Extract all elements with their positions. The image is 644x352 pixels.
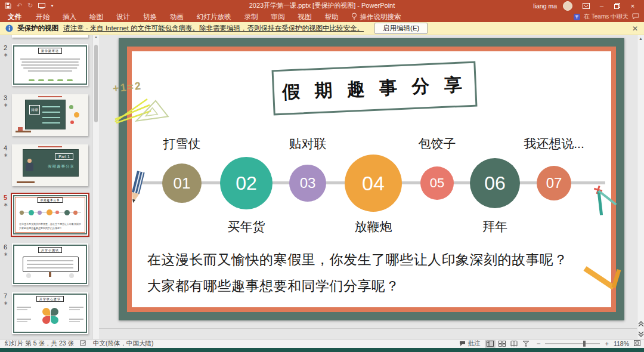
preview-icon[interactable] xyxy=(38,3,45,9)
slide-title-box[interactable]: 假 期 趣 事 分 享 xyxy=(272,61,478,116)
redo-icon[interactable]: ↻ xyxy=(27,2,33,10)
fit-slide-button[interactable] xyxy=(634,340,640,347)
tab-draw[interactable]: 绘图 xyxy=(83,11,110,22)
thumb-title: 目录 xyxy=(29,105,40,115)
timeline-label-01[interactable]: 打雪仗 xyxy=(134,135,230,152)
info-icon xyxy=(5,24,13,32)
pencil-icon xyxy=(128,171,146,208)
slide-body-line1[interactable]: 在这漫长而又愉快的寒假里，你发生了哪些让人印象深刻的故事呢？ xyxy=(147,251,606,269)
reading-view-button[interactable] xyxy=(509,340,519,348)
thumbnail-slide-6[interactable]: 开学小测试 xyxy=(12,243,88,285)
zoom-level[interactable]: 118% xyxy=(614,340,629,347)
timeline-label-02[interactable]: 买年货 xyxy=(199,218,294,235)
workspace: 2∗新学期寄语3∗目录4∗Part 1假期趣事分享5∗假期趣事分享在这漫长而又愉… xyxy=(0,35,644,339)
timeline-circle-04[interactable]: 04 xyxy=(345,155,402,212)
thumbnail-number: 7 xyxy=(4,292,7,299)
notes-splitter[interactable] xyxy=(99,328,637,329)
protected-view-bar: 受保护的视图 请注意 - 来自 Internet 的文件可能包含病毒。除非需要编… xyxy=(0,22,644,35)
thumbnail-slide-3[interactable]: 目录 xyxy=(12,94,88,136)
scrollbar-thumb[interactable] xyxy=(94,45,98,122)
tab-file[interactable]: 文件 xyxy=(0,11,29,22)
thumb-subtitle: 假期趣事分享 xyxy=(48,164,75,169)
timeline-label-05[interactable]: 包饺子 xyxy=(389,135,485,152)
close-button[interactable]: × xyxy=(625,0,640,11)
proofing-icon[interactable] xyxy=(80,340,87,348)
ribbon-tabs: 文件开始插入绘图设计切换动画幻灯片放映录制审阅视图帮助 xyxy=(0,11,345,22)
avatar[interactable] xyxy=(563,1,572,11)
thumbnail-slide-7[interactable]: 开学收心建议 xyxy=(12,292,88,334)
timeline-circle-02[interactable]: 02 xyxy=(220,157,273,209)
tab-home[interactable]: 开始 xyxy=(29,11,56,22)
tab-transitions[interactable]: 切换 xyxy=(137,11,163,22)
user-name[interactable]: liang ma xyxy=(533,2,557,10)
language-status[interactable]: 中文(简体，中国大陆) xyxy=(93,339,154,348)
canvas-scrollbar[interactable]: ▲ xyxy=(637,35,644,339)
save-icon[interactable] xyxy=(5,2,11,9)
zoom-out-button[interactable]: − xyxy=(536,339,540,348)
slide-thumbnail-panel: 2∗新学期寄语3∗目录4∗Part 1假期趣事分享5∗假期趣事分享在这漫长而又愉… xyxy=(0,35,92,339)
slide-number-status[interactable]: 幻灯片 第 5 张，共 23 张 xyxy=(5,339,74,348)
tab-slideshow[interactable]: 幻灯片放映 xyxy=(190,11,238,22)
triangle-ruler-icon xyxy=(133,98,170,124)
thumbnail-slide-4[interactable]: Part 1假期趣事分享 xyxy=(12,144,88,186)
tell-me-search[interactable]: 操作说明搜索 xyxy=(351,13,401,21)
timeline-circle-03[interactable]: 03 xyxy=(289,165,326,202)
previous-slide-button[interactable] xyxy=(638,321,644,328)
teams-icon xyxy=(574,14,580,20)
tab-insert[interactable]: 插入 xyxy=(56,11,83,22)
lightbulb-icon xyxy=(351,13,357,21)
timeline-label-04[interactable]: 放鞭炮 xyxy=(326,218,421,235)
notes-label: 批注 xyxy=(467,339,480,348)
restore-button[interactable] xyxy=(609,0,625,11)
close-message-bar-icon[interactable]: ✕ xyxy=(632,24,638,33)
status-bar: 幻灯片 第 5 张，共 23 张 中文(简体，中国大陆) 批注 xyxy=(0,339,644,348)
search-label: 操作说明搜索 xyxy=(360,13,401,21)
comments-icon[interactable] xyxy=(632,13,639,21)
timeline-circle-07[interactable]: 07 xyxy=(537,166,571,200)
minimize-button[interactable]: – xyxy=(594,0,609,11)
zoom-in-button[interactable]: + xyxy=(605,340,608,347)
slide-5[interactable]: 假 期 趣 事 分 享 在这漫长而又愉快的寒假里，你发生了哪些让人印象深刻的故事… xyxy=(119,38,624,320)
next-slide-button[interactable] xyxy=(638,331,644,338)
slide-body-line2[interactable]: 大家都有哪些趣事想要和同学们分享呢？ xyxy=(147,277,606,295)
notes-button[interactable]: 批注 xyxy=(459,339,480,348)
zoom-slider[interactable] xyxy=(545,343,600,344)
slide-sorter-view-button[interactable] xyxy=(497,340,507,348)
thumbnail-scrollbar[interactable]: ▲ xyxy=(92,35,99,339)
timeline-circle-05[interactable]: 05 xyxy=(420,166,454,200)
thumbnail-slide-1-partial[interactable] xyxy=(12,35,88,38)
thumbnail-slide-5[interactable]: 假期趣事分享在这漫长而又愉快的寒假里，你发生了哪些让人印象深刻的故事呢？大家都有… xyxy=(12,194,88,236)
slideshow-view-button[interactable] xyxy=(521,340,531,348)
tab-view[interactable]: 视图 xyxy=(292,11,318,22)
tab-record[interactable]: 录制 xyxy=(238,11,265,22)
enable-editing-button[interactable]: 启用编辑(E) xyxy=(374,23,428,34)
timeline-label-06[interactable]: 拜年 xyxy=(447,218,543,235)
timeline-label-07[interactable]: 我还想说... xyxy=(506,135,602,152)
timeline-circle-01[interactable]: 01 xyxy=(162,163,202,203)
tab-help[interactable]: 帮助 xyxy=(318,11,345,22)
thumb-title: 开学收心建议 xyxy=(36,296,64,302)
timeline-label-03[interactable]: 贴对联 xyxy=(260,135,355,152)
thumbnail-number: 2 xyxy=(4,44,7,51)
teams-chat-link[interactable]: 在 Teams 中聊天 xyxy=(584,13,628,21)
thumb-title: 新学期寄语 xyxy=(38,48,62,54)
timeline-circle-06[interactable]: 06 xyxy=(470,158,520,208)
scroll-up-icon[interactable]: ▲ xyxy=(94,35,98,39)
ribbon-tab-row: 文件开始插入绘图设计切换动画幻灯片放映录制审阅视图帮助 操作说明搜索 在 Tea… xyxy=(0,11,644,22)
thumb-title: 开学小测试 xyxy=(38,247,62,253)
ribbon-display-options-icon[interactable] xyxy=(578,0,594,11)
thumbnail-number: 6 xyxy=(4,243,7,251)
zoom-slider-thumb[interactable] xyxy=(583,341,586,347)
title-bar: ↶ ↻ ▾ 2023开学第一课.pptx [受保护的视图] - PowerPoi… xyxy=(0,0,644,11)
tab-review[interactable]: 审阅 xyxy=(265,11,292,22)
tab-design[interactable]: 设计 xyxy=(110,11,137,22)
tab-animations[interactable]: 动画 xyxy=(163,11,190,22)
undo-icon[interactable]: ↶ xyxy=(17,2,22,10)
compass-icon xyxy=(589,184,618,218)
qat-customize-icon[interactable]: ▾ xyxy=(51,3,53,8)
thumbnail-number: 4 xyxy=(4,144,7,152)
thumbnail-slide-2[interactable]: 新学期寄语 xyxy=(12,44,88,86)
normal-view-button[interactable] xyxy=(485,340,496,348)
scroll-up-icon[interactable]: ▲ xyxy=(637,36,644,41)
animation-star-icon: ∗ xyxy=(4,52,8,58)
